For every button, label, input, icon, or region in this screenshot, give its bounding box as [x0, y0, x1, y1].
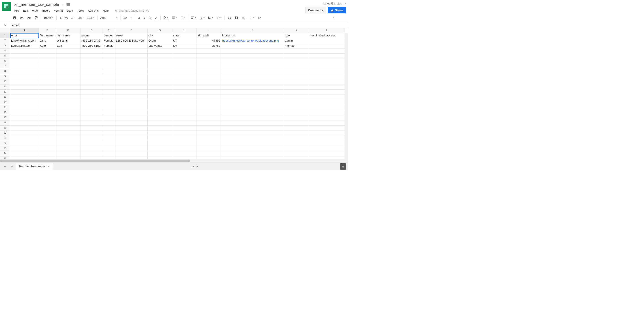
- cell-K3[interactable]: member: [284, 43, 309, 48]
- cell-A3[interactable]: katee@ixn.tech: [10, 43, 39, 48]
- cell-G12[interactable]: [148, 90, 172, 95]
- cell-I23[interactable]: [197, 146, 222, 151]
- cell-E23[interactable]: [103, 146, 115, 151]
- cell-A14[interactable]: [10, 100, 39, 105]
- cell-F23[interactable]: [115, 146, 148, 151]
- cell-L10[interactable]: [309, 79, 345, 84]
- cell-I10[interactable]: [197, 79, 222, 84]
- cell-B6[interactable]: [39, 59, 56, 64]
- italic-icon[interactable]: I: [142, 15, 147, 21]
- cell-C14[interactable]: [56, 100, 80, 105]
- cell-C2[interactable]: Williams: [56, 38, 80, 43]
- cell-D2[interactable]: (435)189-2435: [80, 38, 103, 43]
- cell-E16[interactable]: [103, 110, 115, 115]
- cell-F16[interactable]: [115, 110, 148, 115]
- row-header-22[interactable]: 22: [0, 141, 10, 146]
- cell-K12[interactable]: [284, 90, 309, 95]
- cell-L14[interactable]: [309, 100, 345, 105]
- cell-G14[interactable]: [148, 100, 172, 105]
- cell-J21[interactable]: [222, 136, 284, 141]
- text-rotation-icon[interactable]: ▼: [215, 15, 223, 21]
- cell-E22[interactable]: [103, 141, 115, 146]
- cell-B19[interactable]: [39, 126, 56, 131]
- cell-D12[interactable]: [80, 90, 103, 95]
- cell-E1[interactable]: gender: [103, 33, 115, 38]
- cell-A7[interactable]: [10, 64, 39, 69]
- cell-K14[interactable]: [284, 100, 309, 105]
- cell-B10[interactable]: [39, 79, 56, 84]
- cell-E2[interactable]: Female: [103, 38, 115, 43]
- cell-C20[interactable]: [56, 131, 80, 136]
- explore-button[interactable]: [340, 163, 346, 170]
- cell-A11[interactable]: [10, 84, 39, 90]
- row-header-1[interactable]: 1: [0, 33, 10, 38]
- cell-C3[interactable]: Earl: [56, 43, 80, 48]
- cell-E13[interactable]: [103, 95, 115, 100]
- cell-J22[interactable]: [222, 141, 284, 146]
- row-header-13[interactable]: 13: [0, 95, 10, 100]
- cell-B20[interactable]: [39, 131, 56, 136]
- row-header-8[interactable]: 8: [0, 69, 10, 74]
- cell-I21[interactable]: [197, 136, 222, 141]
- zoom-dropdown[interactable]: 100% ▼: [42, 15, 55, 20]
- row-header-7[interactable]: 7: [0, 64, 10, 69]
- cell-F4[interactable]: [115, 48, 148, 54]
- cell-J3[interactable]: [222, 43, 284, 48]
- cell-I12[interactable]: [197, 90, 222, 95]
- tab-nav-left-icon[interactable]: ◀: [192, 164, 195, 168]
- cell-L2[interactable]: [309, 38, 345, 43]
- row-header-18[interactable]: 18: [0, 120, 10, 126]
- cell-F10[interactable]: [115, 79, 148, 84]
- cell-I1[interactable]: zip_code: [197, 33, 222, 38]
- col-header-K[interactable]: K: [284, 28, 309, 33]
- cell-A24[interactable]: [10, 151, 39, 156]
- cell-J1[interactable]: image_url: [222, 33, 284, 38]
- cell-I24[interactable]: [197, 151, 222, 156]
- fill-color-icon[interactable]: ▼: [162, 15, 170, 21]
- cell-B4[interactable]: [39, 48, 56, 54]
- cell-G2[interactable]: Orem: [148, 38, 172, 43]
- cell-J17[interactable]: [222, 115, 284, 120]
- cell-I15[interactable]: [197, 105, 222, 110]
- cell-J5[interactable]: [222, 54, 284, 59]
- row-header-12[interactable]: 12: [0, 90, 10, 95]
- row-header-14[interactable]: 14: [0, 100, 10, 105]
- cell-L13[interactable]: [309, 95, 345, 100]
- cell-K2[interactable]: admin: [284, 38, 309, 43]
- cell-K9[interactable]: [284, 74, 309, 79]
- cell-E4[interactable]: [103, 48, 115, 54]
- sheet-tab[interactable]: ixn_members_export ▼: [16, 163, 53, 170]
- cell-F18[interactable]: [115, 120, 148, 126]
- cell-H2[interactable]: UT: [172, 38, 197, 43]
- row-header-4[interactable]: 4: [0, 48, 10, 54]
- insert-chart-icon[interactable]: [240, 15, 247, 21]
- col-header-G[interactable]: G: [148, 28, 172, 33]
- row-header-11[interactable]: 11: [0, 84, 10, 90]
- cell-A21[interactable]: [10, 136, 39, 141]
- cell-D8[interactable]: [80, 69, 103, 74]
- row-header-24[interactable]: 24: [0, 151, 10, 156]
- cell-J13[interactable]: [222, 95, 284, 100]
- cell-G21[interactable]: [148, 136, 172, 141]
- cell-D18[interactable]: [80, 120, 103, 126]
- cell-L16[interactable]: [309, 110, 345, 115]
- cell-D6[interactable]: [80, 59, 103, 64]
- row-header-17[interactable]: 17: [0, 115, 10, 120]
- cell-D22[interactable]: [80, 141, 103, 146]
- cell-I2[interactable]: 47395: [197, 38, 222, 43]
- cell-H10[interactable]: [172, 79, 197, 84]
- cell-F12[interactable]: [115, 90, 148, 95]
- menu-insert[interactable]: Insert: [40, 8, 52, 13]
- cell-D23[interactable]: [80, 146, 103, 151]
- cell-E11[interactable]: [103, 84, 115, 90]
- cell-I19[interactable]: [197, 126, 222, 131]
- increase-decimal-icon[interactable]: .00→: [77, 15, 86, 21]
- cell-L5[interactable]: [309, 54, 345, 59]
- cell-H16[interactable]: [172, 110, 197, 115]
- cell-L12[interactable]: [309, 90, 345, 95]
- cell-D24[interactable]: [80, 151, 103, 156]
- col-header-B[interactable]: B: [39, 28, 56, 33]
- cell-C4[interactable]: [56, 48, 80, 54]
- cell-H23[interactable]: [172, 146, 197, 151]
- cell-E18[interactable]: [103, 120, 115, 126]
